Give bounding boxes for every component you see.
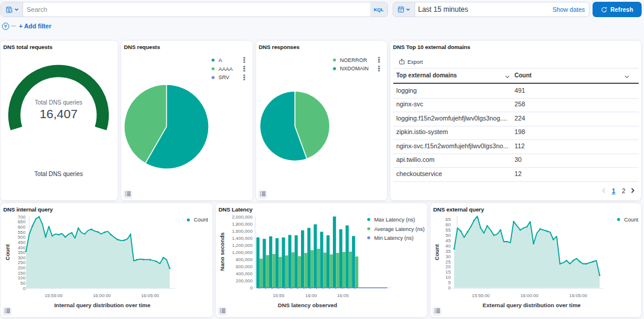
svg-text:1,000,000: 1,000,000 <box>232 250 253 255</box>
svg-text:Count: Count <box>194 217 209 223</box>
svg-text:16,407: 16,407 <box>40 107 77 121</box>
svg-text:16:05: 16:05 <box>337 293 349 298</box>
svg-text:15:55:00: 15:55:00 <box>472 293 490 298</box>
svg-text:A: A <box>219 57 222 63</box>
svg-text:External query distribution ov: External query distribution over time <box>483 302 581 308</box>
svg-text:1,800,000: 1,800,000 <box>232 222 253 227</box>
svg-text:800,000: 800,000 <box>236 257 253 262</box>
svg-text:0: 0 <box>250 285 253 291</box>
svg-text:15:55:00: 15:55:00 <box>45 293 63 298</box>
svg-text:Count: Count <box>4 243 11 260</box>
svg-text:16:05:00: 16:05:00 <box>141 293 160 298</box>
svg-text:50: 50 <box>20 281 25 286</box>
svg-text:700: 700 <box>18 214 26 220</box>
svg-text:250: 250 <box>18 260 26 265</box>
svg-text:Total DNS queries: Total DNS queries <box>34 171 83 177</box>
svg-text:Total DNS queries: Total DNS queries <box>35 99 83 106</box>
svg-text:NXDOMAIN: NXDOMAIN <box>340 66 369 71</box>
svg-text:16:00: 16:00 <box>305 293 317 298</box>
svg-text:30: 30 <box>445 254 451 259</box>
svg-text:35: 35 <box>445 249 451 254</box>
svg-text:450: 450 <box>18 240 26 245</box>
svg-text:0: 0 <box>448 285 451 291</box>
svg-text:Average Latency (ns): Average Latency (ns) <box>374 226 425 232</box>
svg-text:15: 15 <box>445 269 451 275</box>
svg-text:55: 55 <box>445 227 451 233</box>
svg-text:350: 350 <box>18 250 26 255</box>
svg-text:16:00:00: 16:00:00 <box>520 293 539 298</box>
svg-text:200: 200 <box>18 265 26 271</box>
svg-text:SRV: SRV <box>219 74 229 80</box>
svg-text:60: 60 <box>445 222 451 227</box>
svg-text:650: 650 <box>18 219 26 224</box>
svg-text:1,400,000: 1,400,000 <box>232 236 253 241</box>
svg-text:500: 500 <box>18 235 26 240</box>
svg-text:400: 400 <box>18 245 26 250</box>
svg-text:Internal query distribution ov: Internal query distribution over time <box>54 302 151 308</box>
svg-text:Count: Count <box>624 217 639 223</box>
svg-text:AAAA: AAAA <box>219 66 233 72</box>
svg-text:45: 45 <box>445 238 451 243</box>
svg-text:150: 150 <box>18 271 26 276</box>
svg-text:Nano seconds: Nano seconds <box>219 233 225 271</box>
svg-text:200,000: 200,000 <box>236 278 253 284</box>
svg-text:50: 50 <box>445 233 451 238</box>
svg-text:5: 5 <box>448 280 451 285</box>
svg-text:Min Latency (ns): Min Latency (ns) <box>374 235 414 241</box>
svg-text:1,200,000: 1,200,000 <box>232 243 253 248</box>
svg-text:600: 600 <box>18 224 26 230</box>
svg-text:10: 10 <box>445 275 451 280</box>
svg-text:65: 65 <box>445 217 451 222</box>
svg-text:400,000: 400,000 <box>236 271 253 276</box>
svg-text:NOERROR: NOERROR <box>340 57 368 63</box>
svg-text:Max Latency (ns): Max Latency (ns) <box>374 217 415 223</box>
svg-text:300: 300 <box>18 255 26 261</box>
svg-text:Count: Count <box>433 243 440 260</box>
svg-text:40: 40 <box>445 243 451 249</box>
svg-text:100: 100 <box>18 275 26 281</box>
svg-text:15:55: 15:55 <box>273 293 284 298</box>
svg-text:550: 550 <box>18 230 26 235</box>
svg-text:25: 25 <box>445 259 451 265</box>
svg-text:16:05:00: 16:05:00 <box>569 293 588 298</box>
svg-text:600,000: 600,000 <box>236 264 253 269</box>
svg-text:2,000,000: 2,000,000 <box>232 214 253 220</box>
svg-text:20: 20 <box>445 264 451 269</box>
svg-text:0: 0 <box>23 286 26 291</box>
svg-text:16:00:00: 16:00:00 <box>93 293 111 298</box>
svg-text:1,600,000: 1,600,000 <box>232 229 253 234</box>
svg-text:DNS latency observed: DNS latency observed <box>278 302 338 308</box>
